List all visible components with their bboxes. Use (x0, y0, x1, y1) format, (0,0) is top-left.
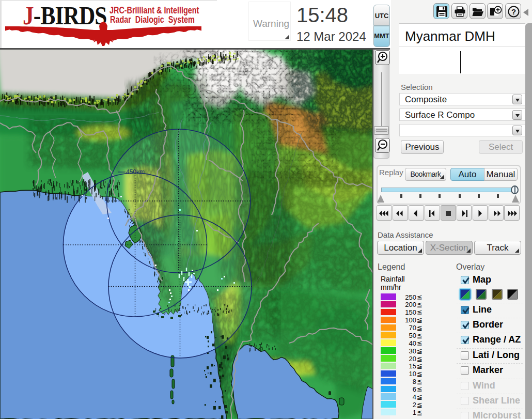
svg-text:J-BIRDS: J-BIRDS (23, 1, 107, 30)
svg-text:450km: 450km (126, 168, 145, 176)
svg-text:?: ? (511, 7, 515, 16)
svg-text:Radar Dialogic System: Radar Dialogic System (110, 14, 195, 24)
svg-text:JRC-Brilliant & Intelligent: JRC-Brilliant & Intelligent (109, 5, 199, 15)
